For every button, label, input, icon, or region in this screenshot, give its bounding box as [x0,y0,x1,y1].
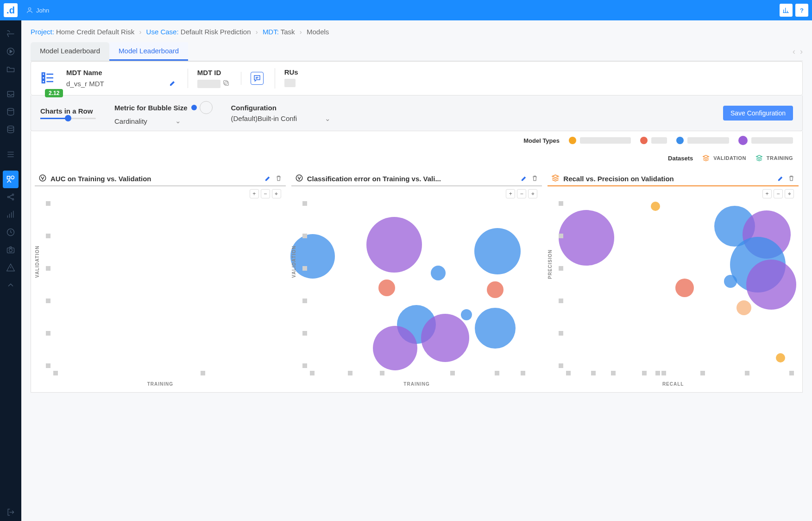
tab-next[interactable]: › [800,47,803,57]
svg-point-7 [7,196,9,197]
reset-zoom[interactable]: ⌖ [785,189,794,198]
data-point[interactable] [475,308,516,349]
data-point[interactable] [746,260,796,310]
tab-prev[interactable]: ‹ [793,47,795,57]
sidebar-item-inbox[interactable] [0,85,21,103]
model-type-2[interactable] [640,137,667,144]
sidebar-item-folder[interactable] [0,60,21,78]
plot-area[interactable] [53,201,281,368]
edit-mdt-name[interactable] [169,79,176,88]
svg-rect-13 [42,73,44,75]
chart-panel-0: AUC on Training vs. Validation+−⌖VALIDAT… [35,172,286,387]
zoom-out[interactable]: − [774,189,783,198]
data-point[interactable] [461,309,472,320]
model-type-1[interactable] [569,137,631,144]
sidebar-item-share[interactable] [0,188,21,206]
mdt-id-value [197,80,220,88]
topbar-chart-button[interactable] [780,4,793,17]
comments-button[interactable] [251,72,264,85]
sidebar-item-alert[interactable] [0,259,21,276]
sidebar-item-db[interactable] [0,103,21,121]
model-type-3[interactable] [676,137,729,144]
data-point[interactable] [724,275,737,288]
sidebar-item-in[interactable] [0,25,21,43]
reset-zoom[interactable]: ⌖ [528,189,537,198]
y-axis-label: VALIDATION [291,246,296,278]
sidebar-item-list[interactable] [0,146,21,163]
charts-in-row-slider[interactable] [40,118,96,119]
sidebar-item-leaderboard[interactable] [3,171,19,188]
bc-project-value[interactable]: Home Credit Default Risk [56,28,134,36]
left-sidebar [0,20,21,521]
zoom-in[interactable]: + [250,189,259,198]
zoom-in[interactable]: + [762,189,772,198]
sidebar-item-signal[interactable] [0,206,21,223]
zoom-out[interactable]: − [261,189,270,198]
data-point[interactable] [487,281,504,298]
copy-mdt-id[interactable] [222,79,230,88]
edit-chart[interactable] [777,175,784,183]
bc-mdt-value[interactable]: Task [281,28,295,36]
bubble-size-preview [191,101,213,114]
model-type-4[interactable] [738,136,793,145]
reset-zoom[interactable]: ⌖ [272,189,281,198]
zoom-in[interactable]: + [506,189,515,198]
mdt-info-bar: MDT Name d_vs_r MDT 2.12 MDT ID [31,61,803,95]
sidebar-item-run[interactable] [0,43,21,60]
svg-rect-16 [225,82,228,85]
delete-chart[interactable] [788,175,795,183]
sidebar-item-logout[interactable] [0,503,21,521]
sidebar-item-db2[interactable] [0,121,21,138]
version-badge: 2.12 [45,89,63,97]
svg-point-0 [28,8,31,10]
data-point[interactable] [736,300,751,315]
svg-point-4 [7,126,13,128]
zoom-out[interactable]: − [517,189,526,198]
app-logo[interactable]: .d [4,3,18,17]
svg-point-18 [39,175,46,181]
svg-point-8 [12,194,13,195]
model-types-legend: Model Types [31,131,803,150]
plot-area[interactable] [310,201,538,368]
bc-usecase-value[interactable]: Default Risk Prediction [181,28,251,36]
svg-point-9 [12,198,13,200]
svg-rect-5 [7,176,10,179]
save-config-button[interactable]: Save Configuration [723,106,793,121]
tab-leaderboard-1[interactable]: Model Leaderboard [31,42,109,61]
svg-rect-15 [42,80,44,83]
data-point[interactable] [776,353,785,362]
sidebar-item-camera[interactable] [0,241,21,259]
bc-mdt-label: MDT: [263,28,279,36]
chart-type-icon [551,174,560,184]
svg-point-19 [296,175,302,181]
data-point[interactable] [675,279,694,297]
chevron-down-icon: ⌄ [325,114,331,123]
y-axis-label: PRECISION [548,249,553,279]
bc-usecase-label: Use Case: [146,28,179,36]
dataset-training[interactable]: TRAINING [755,154,793,162]
tab-leaderboard-2[interactable]: Model Leaderboard [109,42,188,61]
edit-chart[interactable] [264,175,271,183]
mdt-name-value: d_vs_r MDT [66,80,104,88]
edit-chart[interactable] [521,175,528,183]
sidebar-item-collapse[interactable] [0,276,21,294]
config-label: Configuration [231,104,331,112]
chevron-down-icon: ⌄ [175,117,181,125]
mdt-name-label: MDT Name [66,69,176,76]
metric-dropdown[interactable]: Cardinality ⌄ [114,117,213,125]
delete-chart[interactable] [531,175,538,183]
list-icon [40,70,55,87]
bc-models[interactable]: Models [307,28,329,36]
chart-type-icon [38,174,47,184]
dataset-validation[interactable]: VALIDATION [702,154,746,162]
user-chip[interactable]: John [26,6,49,14]
help-button[interactable]: ? [795,4,808,17]
config-dropdown[interactable]: (Default)Built-in Confi ⌄ [231,114,331,123]
plot-area[interactable] [566,201,794,368]
x-axis-label: TRAINING [291,381,542,387]
data-point[interactable] [373,326,417,370]
chart-title: Recall vs. Precision on Validation [563,175,774,183]
sidebar-item-clock[interactable] [0,223,21,241]
data-point[interactable] [421,314,469,362]
delete-chart[interactable] [275,175,282,183]
